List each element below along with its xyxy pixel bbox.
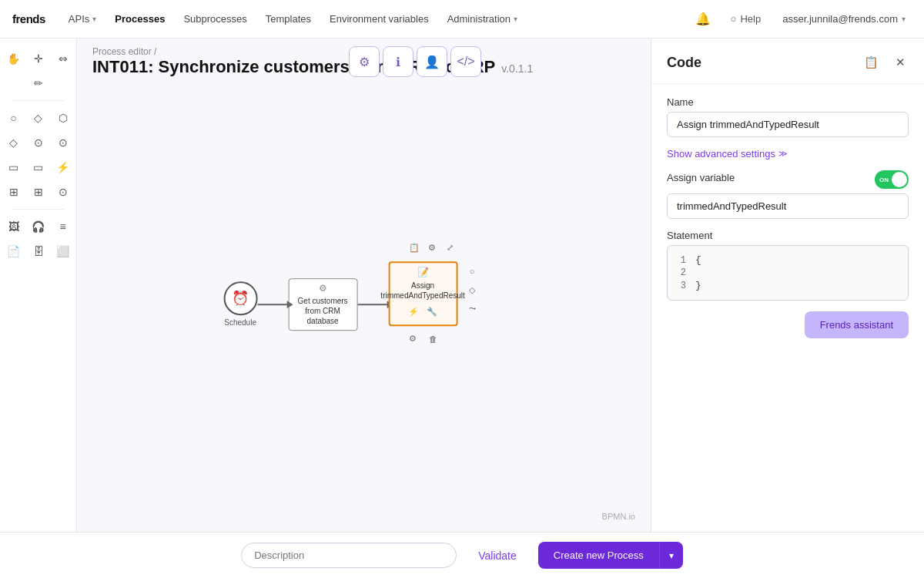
table-icon[interactable]: ⊞ xyxy=(28,181,49,203)
nav-templates[interactable]: Templates xyxy=(258,8,319,29)
schedule-node-label: Schedule xyxy=(224,319,256,328)
cylinder-icon[interactable]: 🗄 xyxy=(28,240,49,262)
node-settings-icon[interactable]: ⚙ xyxy=(424,240,440,255)
code-tool-button[interactable]: </> xyxy=(450,46,481,77)
assign-variable-row: Assign variable ON xyxy=(667,170,909,189)
nav-processes-label: Processes xyxy=(115,13,165,25)
nav-subprocesses-label: Subprocesses xyxy=(183,13,246,25)
get-customers-node[interactable]: ⚙ Get customers from CRM database xyxy=(288,278,357,331)
notification-icon[interactable]: 🔔 xyxy=(691,7,715,32)
circle4-icon[interactable]: ⊙ xyxy=(52,181,74,203)
diamond-shape-icon[interactable]: ◇ xyxy=(28,107,49,129)
image-icon[interactable]: 🖼 xyxy=(3,216,25,237)
toolbar-divider-2 xyxy=(12,209,65,210)
assign-task-icon: 📝 xyxy=(417,267,429,279)
grid-icon[interactable]: ⊞ xyxy=(3,181,25,203)
code-line-3: 3 } xyxy=(668,279,908,292)
assign-side-icons: ○ ◇ ⤳ xyxy=(464,263,480,317)
hand-tool-icon[interactable]: ✋ xyxy=(3,48,25,69)
help-button[interactable]: ○ Help xyxy=(725,10,768,28)
doc-icon[interactable]: 📄 xyxy=(3,240,25,262)
rect-shape-icon[interactable]: ▭ xyxy=(3,156,25,178)
validate-button[interactable]: Validate xyxy=(466,543,529,568)
frends-assistant-button[interactable]: Frends assistant xyxy=(805,311,909,338)
assign-variable-input[interactable] xyxy=(667,193,909,219)
task-icon: ⚙ xyxy=(319,283,327,295)
line-content-3: } xyxy=(695,280,701,291)
get-customers-node-shape: ⚙ Get customers from CRM database xyxy=(288,278,357,331)
assign-label: Assign trimmedAndTypedResult xyxy=(380,281,464,301)
bottom-bar: Validate Create new Process ▾ xyxy=(0,532,924,578)
circle3-shape-icon[interactable]: ⊙ xyxy=(52,132,74,153)
crosshair-tool-icon[interactable]: ✛ xyxy=(28,48,49,69)
toolbar-divider xyxy=(12,100,65,101)
assign-node[interactable]: 📋 ⚙ ⤢ 📝 Assign trimmedAndTypedResult ○ ◇… xyxy=(388,261,457,348)
nav-apis-label: APIs xyxy=(69,13,89,25)
canvas-area: Process editor / INT011: Synchronize cus… xyxy=(77,39,651,532)
settings-tool-button[interactable]: ⚙ xyxy=(349,46,380,77)
assign-node-shape: 📝 Assign trimmedAndTypedResult ○ ◇ ⤳ ⚡ 🔧 xyxy=(388,261,457,326)
toggle-on-label: ON xyxy=(879,176,889,183)
statement-group: Statement 1 { 2 3 } xyxy=(667,230,909,301)
side-panel: Code 📋 ✕ Name Show advanced settings ≫ A… xyxy=(651,39,924,532)
assign-node-bottom-icons: ⚙ 🗑 xyxy=(404,331,441,348)
nav-env-vars-label: Environment variables xyxy=(330,13,429,25)
help-circle-icon: ○ xyxy=(731,13,737,25)
assign-node-top-icons: 📋 ⚙ ⤢ xyxy=(407,240,457,255)
statement-label: Statement xyxy=(667,230,909,241)
info-tool-button[interactable]: ℹ xyxy=(383,46,413,77)
octagon-shape-icon[interactable]: ⬡ xyxy=(52,107,74,129)
lightning-icon[interactable]: ⚡ xyxy=(52,156,74,178)
create-dropdown-arrow-button[interactable]: ▾ xyxy=(659,542,683,569)
nav-env-vars[interactable]: Environment variables xyxy=(322,8,437,29)
node-diamond-side-icon[interactable]: ◇ xyxy=(464,281,480,298)
canvas-content[interactable]: ⏰ Schedule ⚙ Get customers from CRM data… xyxy=(77,77,651,532)
node-expand-icon[interactable]: ⤢ xyxy=(442,240,457,255)
rect2-shape-icon[interactable]: ▭ xyxy=(28,156,49,178)
user-tool-button[interactable]: 👤 xyxy=(417,46,447,77)
nav-administration[interactable]: Administration ▾ xyxy=(440,8,525,29)
circle2-shape-icon[interactable]: ⊙ xyxy=(28,132,49,153)
nav-apis[interactable]: APIs ▾ xyxy=(61,8,104,29)
code-line-2: 2 xyxy=(668,267,908,279)
line-num-2: 2 xyxy=(668,267,695,278)
left-toolbar: ✋ ✛ ⇔ ✏ ○ ◇ ⬡ ◇ ⊙ ⊙ ▭ ▭ ⚡ ⊞ ⊞ ⊙ 🖼 xyxy=(0,39,77,532)
schedule-node[interactable]: ⏰ Schedule xyxy=(223,282,257,328)
assign-variable-toggle[interactable]: ON xyxy=(875,170,909,189)
panel-close-icon[interactable]: ✕ xyxy=(889,51,912,74)
panel-copy-icon[interactable]: 📋 xyxy=(859,51,882,74)
line-num-3: 3 xyxy=(668,281,695,291)
node-copy-icon[interactable]: 📋 xyxy=(407,240,422,255)
code-editor[interactable]: 1 { 2 3 } xyxy=(667,245,909,301)
name-field-group: Name xyxy=(667,96,909,137)
user-menu-button[interactable]: asser.junnila@frends.com ▾ xyxy=(776,10,912,28)
arrow-line-1 xyxy=(257,304,288,305)
create-new-process-button[interactable]: Create new Process xyxy=(538,542,659,569)
page-version: v.0.1.1 xyxy=(501,62,533,75)
draw-tool-icon[interactable]: ✏ xyxy=(28,72,49,94)
node-gear-icon[interactable]: ⚙ xyxy=(404,331,421,348)
node-lightning-icon[interactable]: ⚡ xyxy=(405,304,422,321)
node-trash-icon[interactable]: 🗑 xyxy=(424,331,441,348)
assign-bottom-icons: ⚡ 🔧 xyxy=(405,304,440,321)
nav-processes[interactable]: Processes xyxy=(107,8,172,29)
show-advanced-settings[interactable]: Show advanced settings ≫ xyxy=(667,148,909,160)
node-circle-side-icon[interactable]: ○ xyxy=(464,263,480,280)
line-num-1: 1 xyxy=(668,255,695,266)
nav-subprocesses[interactable]: Subprocesses xyxy=(176,8,254,29)
node-connect-icon[interactable]: ⤳ xyxy=(464,300,480,317)
resize-tool-icon[interactable]: ⇔ xyxy=(52,48,74,69)
node-wrench-icon[interactable]: 🔧 xyxy=(424,304,440,321)
advanced-chevron-icon: ≫ xyxy=(778,149,788,159)
line-content-1: { xyxy=(695,254,701,266)
circle-shape-icon[interactable]: ○ xyxy=(3,107,25,129)
chevron-down-icon: ▾ xyxy=(92,15,96,23)
headphone-icon[interactable]: 🎧 xyxy=(28,216,49,237)
logo[interactable]: frends xyxy=(12,12,45,25)
dashed-rect-icon[interactable]: ⬜ xyxy=(52,240,74,262)
name-input[interactable] xyxy=(667,112,909,137)
top-navigation: frends APIs ▾ Processes Subprocesses Tem… xyxy=(0,0,924,39)
list-icon[interactable]: ≡ xyxy=(52,216,74,237)
diamond2-shape-icon[interactable]: ◇ xyxy=(3,132,25,153)
description-input[interactable] xyxy=(241,543,457,568)
